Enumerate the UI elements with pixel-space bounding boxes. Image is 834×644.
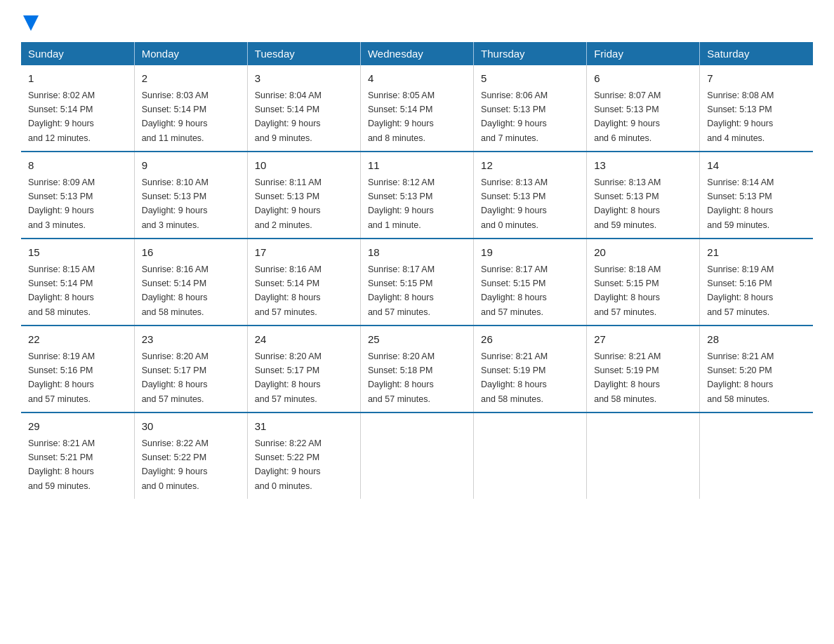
day-number: 26 [481, 332, 579, 348]
page-header [21, 14, 813, 28]
day-number: 27 [594, 332, 692, 348]
day-number: 5 [481, 71, 579, 87]
header-cell-thursday: Thursday [474, 42, 587, 65]
day-info: Sunrise: 8:19 AMSunset: 5:16 PMDaylight:… [28, 351, 95, 404]
day-cell: 1 Sunrise: 8:02 AMSunset: 5:14 PMDayligh… [21, 65, 134, 152]
day-info: Sunrise: 8:22 AMSunset: 5:22 PMDaylight:… [142, 438, 208, 491]
header-cell-tuesday: Tuesday [247, 42, 360, 65]
day-info: Sunrise: 8:17 AMSunset: 5:15 PMDaylight:… [481, 264, 548, 317]
day-cell [587, 412, 700, 499]
day-cell: 28 Sunrise: 8:21 AMSunset: 5:20 PMDaylig… [700, 326, 813, 412]
calendar-body: 1 Sunrise: 8:02 AMSunset: 5:14 PMDayligh… [21, 65, 813, 499]
day-cell: 13 Sunrise: 8:13 AMSunset: 5:13 PMDaylig… [587, 152, 700, 239]
header-cell-monday: Monday [134, 42, 247, 65]
day-number: 8 [28, 158, 127, 174]
day-cell [700, 412, 813, 499]
day-info: Sunrise: 8:21 AMSunset: 5:20 PMDaylight:… [707, 351, 774, 404]
day-cell: 16 Sunrise: 8:16 AMSunset: 5:14 PMDaylig… [134, 239, 247, 326]
day-cell [360, 412, 473, 499]
day-info: Sunrise: 8:21 AMSunset: 5:19 PMDaylight:… [594, 351, 661, 404]
day-info: Sunrise: 8:13 AMSunset: 5:13 PMDaylight:… [481, 177, 548, 230]
header-cell-sunday: Sunday [21, 42, 134, 65]
logo-triangle-icon [23, 15, 39, 31]
day-info: Sunrise: 8:04 AMSunset: 5:14 PMDaylight:… [255, 90, 322, 143]
day-cell: 30 Sunrise: 8:22 AMSunset: 5:22 PMDaylig… [134, 412, 247, 499]
day-number: 3 [255, 71, 353, 87]
day-number: 15 [28, 245, 127, 261]
calendar-header: SundayMondayTuesdayWednesdayThursdayFrid… [21, 42, 813, 65]
header-row: SundayMondayTuesdayWednesdayThursdayFrid… [21, 42, 813, 65]
day-cell: 10 Sunrise: 8:11 AMSunset: 5:13 PMDaylig… [247, 152, 360, 239]
day-info: Sunrise: 8:20 AMSunset: 5:17 PMDaylight:… [142, 351, 208, 404]
day-number: 12 [481, 158, 579, 174]
day-cell: 29 Sunrise: 8:21 AMSunset: 5:21 PMDaylig… [21, 412, 134, 499]
day-info: Sunrise: 8:21 AMSunset: 5:19 PMDaylight:… [481, 351, 548, 404]
day-cell: 4 Sunrise: 8:05 AMSunset: 5:14 PMDayligh… [360, 65, 473, 152]
day-number: 11 [368, 158, 466, 174]
day-cell: 24 Sunrise: 8:20 AMSunset: 5:17 PMDaylig… [247, 326, 360, 412]
day-info: Sunrise: 8:16 AMSunset: 5:14 PMDaylight:… [255, 264, 322, 317]
day-cell: 25 Sunrise: 8:20 AMSunset: 5:18 PMDaylig… [360, 326, 473, 412]
day-number: 24 [255, 332, 353, 348]
day-cell: 9 Sunrise: 8:10 AMSunset: 5:13 PMDayligh… [134, 152, 247, 239]
logo [21, 14, 39, 28]
day-number: 30 [142, 419, 240, 435]
day-cell: 15 Sunrise: 8:15 AMSunset: 5:14 PMDaylig… [21, 239, 134, 326]
day-number: 18 [368, 245, 466, 261]
day-number: 6 [594, 71, 692, 87]
day-number: 7 [707, 71, 806, 87]
week-row-2: 8 Sunrise: 8:09 AMSunset: 5:13 PMDayligh… [21, 152, 813, 239]
day-info: Sunrise: 8:03 AMSunset: 5:14 PMDaylight:… [142, 90, 208, 143]
day-number: 22 [28, 332, 127, 348]
day-info: Sunrise: 8:12 AMSunset: 5:13 PMDaylight:… [368, 177, 435, 230]
day-number: 31 [255, 419, 353, 435]
day-cell: 26 Sunrise: 8:21 AMSunset: 5:19 PMDaylig… [474, 326, 587, 412]
day-cell: 20 Sunrise: 8:18 AMSunset: 5:15 PMDaylig… [587, 239, 700, 326]
day-cell: 2 Sunrise: 8:03 AMSunset: 5:14 PMDayligh… [134, 65, 247, 152]
day-number: 28 [707, 332, 806, 348]
day-cell [474, 412, 587, 499]
day-number: 1 [28, 71, 127, 87]
day-number: 16 [142, 245, 240, 261]
day-number: 19 [481, 245, 579, 261]
day-cell: 3 Sunrise: 8:04 AMSunset: 5:14 PMDayligh… [247, 65, 360, 152]
day-cell: 21 Sunrise: 8:19 AMSunset: 5:16 PMDaylig… [700, 239, 813, 326]
day-cell: 11 Sunrise: 8:12 AMSunset: 5:13 PMDaylig… [360, 152, 473, 239]
day-cell: 5 Sunrise: 8:06 AMSunset: 5:13 PMDayligh… [474, 65, 587, 152]
day-info: Sunrise: 8:19 AMSunset: 5:16 PMDaylight:… [707, 264, 774, 317]
day-cell: 22 Sunrise: 8:19 AMSunset: 5:16 PMDaylig… [21, 326, 134, 412]
day-cell: 14 Sunrise: 8:14 AMSunset: 5:13 PMDaylig… [700, 152, 813, 239]
day-info: Sunrise: 8:17 AMSunset: 5:15 PMDaylight:… [368, 264, 435, 317]
day-number: 9 [142, 158, 240, 174]
day-info: Sunrise: 8:02 AMSunset: 5:14 PMDaylight:… [28, 90, 95, 143]
day-cell: 8 Sunrise: 8:09 AMSunset: 5:13 PMDayligh… [21, 152, 134, 239]
day-info: Sunrise: 8:13 AMSunset: 5:13 PMDaylight:… [594, 177, 661, 230]
header-cell-saturday: Saturday [700, 42, 813, 65]
week-row-1: 1 Sunrise: 8:02 AMSunset: 5:14 PMDayligh… [21, 65, 813, 152]
day-cell: 12 Sunrise: 8:13 AMSunset: 5:13 PMDaylig… [474, 152, 587, 239]
day-info: Sunrise: 8:20 AMSunset: 5:18 PMDaylight:… [368, 351, 435, 404]
day-info: Sunrise: 8:20 AMSunset: 5:17 PMDaylight:… [255, 351, 322, 404]
day-info: Sunrise: 8:15 AMSunset: 5:14 PMDaylight:… [28, 264, 95, 317]
day-number: 13 [594, 158, 692, 174]
day-info: Sunrise: 8:08 AMSunset: 5:13 PMDaylight:… [707, 90, 774, 143]
day-info: Sunrise: 8:21 AMSunset: 5:21 PMDaylight:… [28, 438, 95, 491]
day-cell: 17 Sunrise: 8:16 AMSunset: 5:14 PMDaylig… [247, 239, 360, 326]
calendar-table: SundayMondayTuesdayWednesdayThursdayFrid… [21, 42, 813, 499]
day-cell: 19 Sunrise: 8:17 AMSunset: 5:15 PMDaylig… [474, 239, 587, 326]
day-info: Sunrise: 8:14 AMSunset: 5:13 PMDaylight:… [707, 177, 774, 230]
day-info: Sunrise: 8:22 AMSunset: 5:22 PMDaylight:… [255, 438, 322, 491]
day-number: 25 [368, 332, 466, 348]
day-cell: 6 Sunrise: 8:07 AMSunset: 5:13 PMDayligh… [587, 65, 700, 152]
day-cell: 7 Sunrise: 8:08 AMSunset: 5:13 PMDayligh… [700, 65, 813, 152]
day-cell: 27 Sunrise: 8:21 AMSunset: 5:19 PMDaylig… [587, 326, 700, 412]
day-info: Sunrise: 8:18 AMSunset: 5:15 PMDaylight:… [594, 264, 661, 317]
week-row-3: 15 Sunrise: 8:15 AMSunset: 5:14 PMDaylig… [21, 239, 813, 326]
day-info: Sunrise: 8:11 AMSunset: 5:13 PMDaylight:… [255, 177, 322, 230]
day-number: 21 [707, 245, 806, 261]
day-info: Sunrise: 8:16 AMSunset: 5:14 PMDaylight:… [142, 264, 208, 317]
header-cell-wednesday: Wednesday [360, 42, 473, 65]
day-number: 20 [594, 245, 692, 261]
day-cell: 23 Sunrise: 8:20 AMSunset: 5:17 PMDaylig… [134, 326, 247, 412]
day-number: 2 [142, 71, 240, 87]
